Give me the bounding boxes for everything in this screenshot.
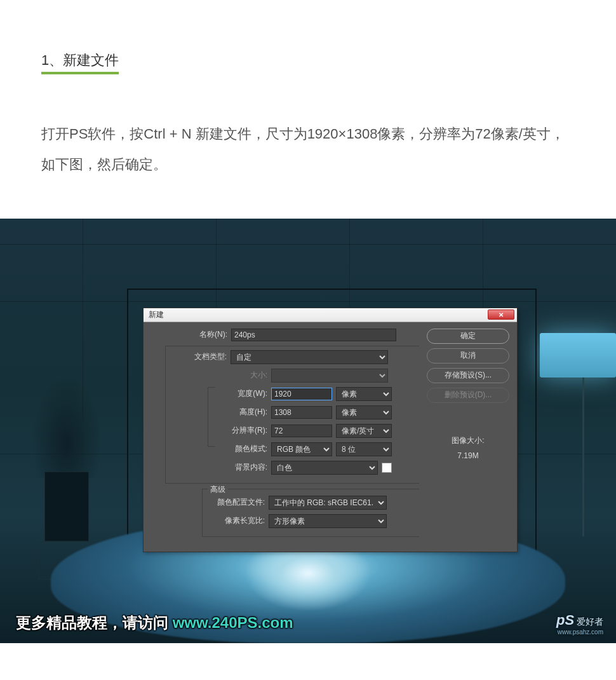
color-mode-select[interactable]: RGB 颜色 xyxy=(271,442,332,456)
image-size-value: 7.19M xyxy=(427,448,509,463)
bit-depth-select[interactable]: 8 位 xyxy=(336,442,392,456)
close-icon: ✕ xyxy=(499,311,504,318)
pixel-ratio-select[interactable]: 方形像素 xyxy=(269,514,387,528)
width-input[interactable] xyxy=(271,388,332,400)
bg-content-label: 背景内容: xyxy=(167,462,267,473)
resolution-label: 分辨率(R): xyxy=(167,425,267,436)
resolution-input[interactable] xyxy=(271,425,332,437)
advanced-label: 高级 xyxy=(208,484,228,495)
height-label: 高度(H): xyxy=(167,407,267,418)
plant-decor xyxy=(32,364,108,541)
close-button[interactable]: ✕ xyxy=(488,309,514,320)
name-input[interactable] xyxy=(231,329,396,341)
cancel-button[interactable]: 取消 xyxy=(427,348,509,364)
image-size-label: 图像大小: xyxy=(427,433,509,448)
lamp-decor xyxy=(540,333,616,524)
color-profile-select[interactable]: 工作中的 RGB: sRGB IEC61... xyxy=(269,496,387,510)
height-input[interactable] xyxy=(271,406,332,419)
doc-type-select[interactable]: 自定 xyxy=(231,350,388,364)
tutorial-image: 新建 ✕ 名称(N): 文档类型: 自定 大小: xyxy=(0,219,616,643)
step-title: 1、新建文件 xyxy=(41,51,119,74)
color-profile-label: 颜色配置文件: xyxy=(204,497,265,508)
height-unit-select[interactable]: 像素 xyxy=(336,405,392,419)
delete-preset-button: 删除预设(D)... xyxy=(427,388,509,403)
size-label: 大小: xyxy=(167,370,267,381)
ok-button[interactable]: 确定 xyxy=(427,329,509,344)
width-unit-select[interactable]: 像素 xyxy=(336,387,392,401)
dialog-titlebar[interactable]: 新建 ✕ xyxy=(144,308,517,322)
resolution-unit-select[interactable]: 像素/英寸 xyxy=(336,424,392,438)
save-preset-button[interactable]: 存储预设(S)... xyxy=(427,368,509,383)
dialog-title: 新建 xyxy=(149,309,164,320)
footer-text: 更多精品教程，请访问 www.240PS.com xyxy=(16,613,293,633)
site-logo: pS 爱好者 www.psahz.com xyxy=(556,612,603,636)
color-mode-label: 颜色模式: xyxy=(167,444,267,454)
footer-url: www.240PS.com xyxy=(173,614,293,631)
step-description: 打开PS软件，按Ctrl + N 新建文件，尺寸为1920×1308像素，分辨率… xyxy=(41,119,575,180)
bg-content-select[interactable]: 白色 xyxy=(271,461,378,475)
pixel-ratio-label: 像素长宽比: xyxy=(204,515,265,526)
size-select xyxy=(271,369,388,383)
width-label: 宽度(W): xyxy=(167,388,267,399)
doc-type-label: 文档类型: xyxy=(167,351,227,362)
name-label: 名称(N): xyxy=(151,329,227,340)
bg-color-swatch[interactable] xyxy=(382,463,392,473)
new-document-dialog: 新建 ✕ 名称(N): 文档类型: 自定 大小: xyxy=(143,308,518,552)
